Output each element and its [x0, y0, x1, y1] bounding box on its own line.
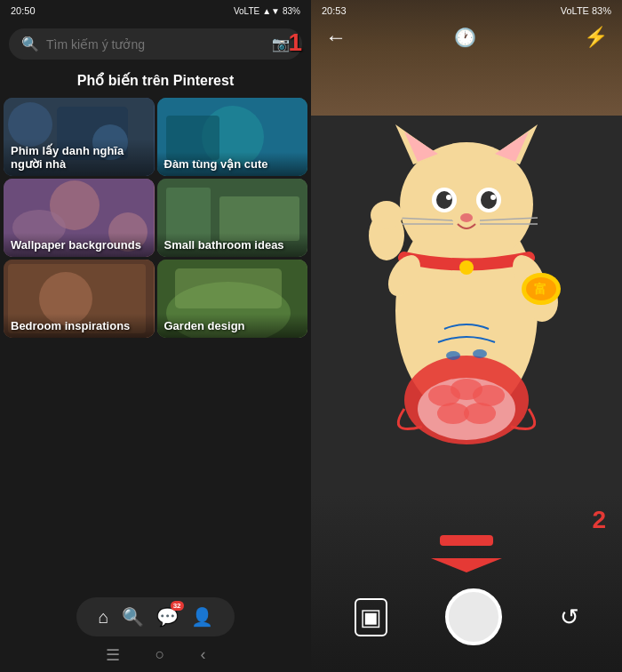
status-icons-left: VoLTE ▲▼ 83% [234, 6, 300, 16]
svg-point-27 [464, 403, 496, 424]
step-2-badge: 2 [592, 506, 606, 534]
grid-label-5: Bedroom inspirations [4, 314, 155, 338]
svg-point-44 [459, 260, 474, 275]
search-input[interactable] [46, 37, 265, 52]
search-icon: 🔍 [21, 36, 39, 52]
grid-label-4: Small bathroom ideas [157, 233, 308, 257]
svg-point-38 [490, 195, 496, 200]
popular-title: Phổ biến trên Pinterest [0, 72, 311, 89]
left-panel: 20:50 VoLTE ▲▼ 83% 🔍 📷 1 Phổ biến trên P… [0, 0, 311, 672]
svg-point-54 [473, 349, 487, 358]
status-time-right: 20:53 [322, 5, 347, 16]
grid-item-1[interactable]: Phim lấy danh nghĩa người nhà [4, 98, 155, 176]
history-icon[interactable]: 🕐 [454, 27, 476, 48]
wifi-icon-left: ▲▼ [262, 6, 280, 16]
battery-left: 83% [283, 6, 300, 16]
lucky-cat-figure: 富 [369, 27, 564, 471]
svg-point-34 [436, 191, 452, 209]
nav-messages-icon[interactable]: 💬 32 [156, 606, 179, 628]
camera-top-controls: ← 🕐 ⚡ [311, 25, 622, 50]
camera-bg-bottom [311, 494, 622, 672]
nav-back-btn[interactable]: ‹ [200, 645, 205, 665]
signal-icon-left: VoLTE [234, 6, 259, 16]
signal-icon-right: VoLTE [561, 5, 589, 16]
svg-point-37 [446, 195, 451, 200]
flip-camera-button[interactable]: ↺ [560, 604, 579, 631]
svg-point-47 [371, 201, 403, 229]
battery-right: 83% [592, 5, 611, 16]
svg-point-53 [446, 351, 460, 360]
camera-icon[interactable]: 📷 [272, 36, 290, 52]
svg-point-39 [460, 213, 473, 222]
messages-badge: 32 [171, 601, 184, 611]
grid-item-5[interactable]: Bedroom inspirations [4, 260, 155, 338]
svg-point-36 [481, 191, 497, 209]
search-bar[interactable]: 🔍 📷 [9, 28, 302, 60]
svg-rect-19 [175, 268, 282, 308]
nav-profile-icon[interactable]: 👤 [191, 606, 213, 628]
phone-nav: ☰ ○ ‹ [0, 645, 311, 665]
back-button[interactable]: ← [325, 25, 347, 50]
right-panel: 富 ← 🕐 ⚡ 2 ▣ ↺ [311, 0, 622, 672]
svg-rect-55 [440, 535, 493, 546]
camera-view: 富 ← 🕐 ⚡ 2 ▣ ↺ [311, 0, 622, 672]
svg-text:富: 富 [534, 282, 546, 296]
grid-item-4[interactable]: Small bathroom ideas [157, 179, 308, 257]
grid-label-3: Wallpaper backgrounds [4, 233, 155, 257]
grid-label-2: Đàm tùng vận cute [157, 152, 308, 176]
step-1-badge: 1 [288, 28, 302, 57]
grid-label-6: Garden design [157, 314, 308, 338]
grid-label-1: Phim lấy danh nghĩa người nhà [4, 139, 155, 176]
nav-home-btn[interactable]: ○ [156, 645, 165, 665]
status-icons-right: VoLTE 83% [561, 5, 611, 16]
bottom-nav: ⌂ 🔍 💬 32 👤 [0, 588, 311, 645]
status-bar-left: 20:50 VoLTE ▲▼ 83% [0, 0, 311, 21]
arrow-indicator [431, 528, 502, 576]
grid-item-6[interactable]: Garden design [157, 260, 308, 338]
grid-container: Phim lấy danh nghĩa người nhà Đàm tùng v… [0, 98, 311, 338]
camera-bottom-controls: ▣ ↺ [311, 588, 622, 645]
shutter-button[interactable] [445, 588, 502, 645]
flash-icon[interactable]: ⚡ [584, 26, 608, 49]
nav-search-icon[interactable]: 🔍 [122, 606, 144, 628]
grid-item-2[interactable]: Đàm tùng vận cute [157, 98, 308, 176]
gallery-button[interactable]: ▣ [355, 598, 387, 636]
status-bar-right: 20:53 VoLTE 83% [311, 0, 622, 21]
status-time-left: 20:50 [11, 5, 36, 16]
svg-marker-56 [431, 558, 502, 572]
nav-home-icon[interactable]: ⌂ [98, 607, 108, 628]
nav-pill: ⌂ 🔍 💬 32 👤 [76, 597, 234, 636]
grid-item-3[interactable]: Wallpaper backgrounds [4, 179, 155, 257]
nav-recent-btn[interactable]: ☰ [106, 645, 120, 665]
